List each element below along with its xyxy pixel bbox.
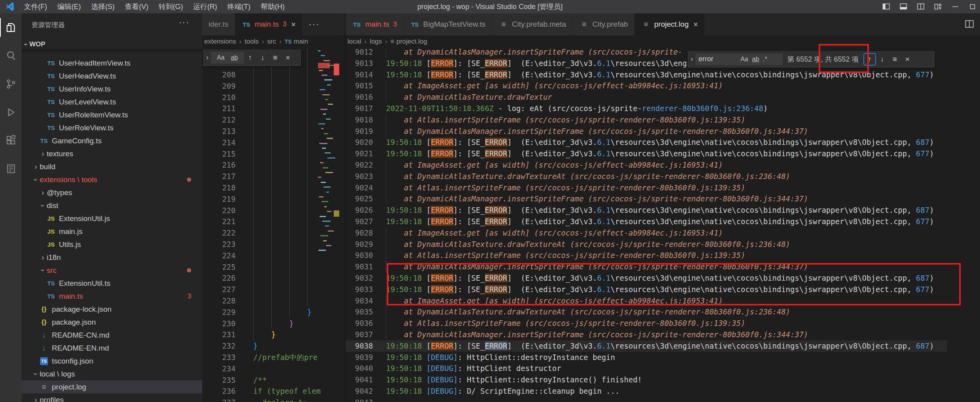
breadcrumb-file[interactable]: main xyxy=(294,38,308,46)
code-line-233[interactable]: 233//prefab中的pre xyxy=(202,352,346,363)
tree-item-UserRoleView.ts[interactable]: TSUserRoleView.ts xyxy=(22,121,202,134)
tree-item-package.json[interactable]: {}package.json xyxy=(22,316,202,329)
code-line-232[interactable]: 232} xyxy=(202,340,346,352)
tree-item-i18n[interactable]: ›i18n xyxy=(22,251,202,264)
log-line-9039[interactable]: 903919:50:18 [DEBUG]: HttpClient::destro… xyxy=(346,352,947,363)
find-close-button[interactable]: × xyxy=(901,53,914,66)
log-line-9041[interactable]: 904119:50:18 [DEBUG]: HttpClient::destro… xyxy=(346,374,947,386)
log-line-9037[interactable]: 9037 at DynamicAtlasManager.insertSprite… xyxy=(346,329,947,340)
tab-City.prefab.meta[interactable]: ≡City.prefab.meta xyxy=(492,13,573,35)
tab-BigMapTestView.ts[interactable]: TSBigMapTestView.ts xyxy=(404,13,492,35)
tree-item-local-logs[interactable]: ›local \ logs xyxy=(22,367,202,380)
code-line-231[interactable]: 231 } xyxy=(202,329,346,340)
breadcrumb-group-1[interactable]: extensions›tools›src›TSmain xyxy=(204,35,345,48)
code-line-226[interactable]: 226 xyxy=(202,272,346,284)
minimize-button[interactable] xyxy=(951,2,960,11)
tab-main.ts[interactable]: TSmain.ts3× xyxy=(235,13,302,35)
tree-item-src[interactable]: ›src xyxy=(22,264,202,277)
tree-item-dist[interactable]: ›dist xyxy=(22,199,202,212)
match-case-toggle[interactable]: Aa xyxy=(217,54,225,61)
code-line-236[interactable]: 236if (typeof elem xyxy=(202,386,346,397)
menu-item-5[interactable]: 运行(R) xyxy=(188,0,222,13)
code-line-227[interactable]: 227 xyxy=(202,284,346,295)
log-line-9040[interactable]: 904019:50:18 [DEBUG]: HttpClient destruc… xyxy=(346,363,947,374)
find-input-box[interactable]: Aa ab .* xyxy=(695,53,783,65)
tree-item-package-lock.json[interactable]: {}package-lock.json xyxy=(22,303,202,316)
tree-item-ExtensionUtil.js[interactable]: JSExtensionUtil.js xyxy=(22,212,202,225)
menu-item-2[interactable]: 选择(S) xyxy=(86,0,120,13)
toggle-secondary-sidebar-button[interactable] xyxy=(916,2,925,11)
tree-item-UserRoleItemView.ts[interactable]: TSUserRoleItemView.ts xyxy=(22,108,202,121)
activity-extensions-button[interactable] xyxy=(0,126,22,155)
log-line-9028[interactable]: 9028 at ImageAsset.get [as width] (src/c… xyxy=(346,227,947,239)
sidebar-more-actions-button[interactable]: ··· xyxy=(179,17,190,27)
log-line-9015[interactable]: 9015 at ImageAsset.get [as width] (src/c… xyxy=(346,80,947,91)
tree-item-UserInfoView.ts[interactable]: TSUserInfoView.ts xyxy=(22,82,202,95)
tree-item-UserLevelView.ts[interactable]: TSUserLevelView.ts xyxy=(22,95,202,108)
tree-item-textures[interactable]: ›textures xyxy=(22,147,202,160)
log-line-9043[interactable]: 9043 xyxy=(346,397,947,402)
regex-toggle[interactable]: .* xyxy=(763,56,767,63)
log-line-9026[interactable]: 902619:50:18 [ERROR]: [SE_ERROR] (E:\edi… xyxy=(346,205,947,216)
log-line-9017[interactable]: 90172022-11-09T11:50:18.366Z - log: eAt … xyxy=(346,103,947,114)
find-expand-chevron-icon[interactable]: › xyxy=(691,55,693,63)
menu-item-1[interactable]: 编辑(E) xyxy=(52,0,86,13)
workspace-section-header[interactable]: › WOP xyxy=(22,39,202,49)
tree-item-UserHeadItemView.ts[interactable]: TSUserHeadItemView.ts xyxy=(22,57,202,69)
menu-item-7[interactable]: 帮助(H) xyxy=(256,0,290,13)
tree-item-README-EN.md[interactable]: ↓README-EN.md xyxy=(22,342,202,354)
log-line-9036[interactable]: 9036 at Atlas.insertSpriteFrame (src/coc… xyxy=(346,318,947,329)
breadcrumb-item[interactable]: tools xyxy=(245,38,259,46)
tree-item-README-CN.md[interactable]: ↓README-CN.md xyxy=(22,329,202,342)
tab-City.prefab[interactable]: ≡City.prefab xyxy=(573,13,634,35)
tree-item-project.log[interactable]: ≡project.log xyxy=(22,380,202,393)
tree-item-GameConfig.ts[interactable]: TSGameConfig.ts xyxy=(22,134,202,147)
activity-notebook-button[interactable] xyxy=(0,155,22,183)
code-line-230[interactable]: 230 } xyxy=(202,318,346,329)
tree-item-build[interactable]: ›build xyxy=(22,160,202,173)
breadcrumb-file[interactable]: project.log xyxy=(396,38,427,46)
tab-main.ts[interactable]: TSmain.ts3 xyxy=(346,13,404,35)
find-close-button[interactable]: × xyxy=(282,51,294,64)
search-input[interactable] xyxy=(695,55,739,63)
close-icon[interactable]: × xyxy=(291,20,296,29)
log-line-9027[interactable]: 902719:50:18 [ERROR]: [SE_ERROR] (E:\edi… xyxy=(346,216,947,227)
code-line-229[interactable]: 229 } xyxy=(202,307,346,318)
find-previous-button[interactable]: ↑ xyxy=(244,51,256,64)
find-next-button[interactable]: ↓ xyxy=(256,51,269,64)
log-line-9030[interactable]: 9030 at Atlas.insertSpriteFrame (src/coc… xyxy=(346,250,947,261)
breadcrumb-group-2[interactable]: local›logs›≡project.log xyxy=(347,35,622,48)
tree-item-@types[interactable]: ›@types xyxy=(22,186,202,199)
breadcrumb-item[interactable]: extensions xyxy=(204,38,236,46)
toggle-primary-sidebar-button[interactable] xyxy=(882,2,890,11)
breadcrumb-item[interactable]: local xyxy=(347,38,361,46)
log-line-9018[interactable]: 9018 at Atlas.insertSpriteFrame (src/coc… xyxy=(346,114,947,126)
log-line-9016[interactable]: 9016 at DynamicAtlasTexture.drawTextur xyxy=(346,91,947,103)
maximize-button[interactable] xyxy=(968,2,977,11)
log-line-9024[interactable]: 9024 at Atlas.insertSpriteFrame (src/coc… xyxy=(346,182,947,194)
log-line-9038[interactable]: 903819:50:18 [ERROR]: [SE_ERROR] (E:\edi… xyxy=(346,340,947,352)
tree-item-ExtensionUtil.ts[interactable]: TSExtensionUtil.ts xyxy=(22,277,202,290)
tree-item-main.ts[interactable]: TSmain.ts3 xyxy=(22,290,202,303)
menu-item-0[interactable]: 文件(F) xyxy=(19,0,52,13)
activity-explorer-button[interactable] xyxy=(0,13,22,42)
tab-project.log[interactable]: ≡project.log× xyxy=(634,13,704,35)
close-icon[interactable]: × xyxy=(693,20,698,29)
activity-source-control-button[interactable] xyxy=(0,70,22,98)
tree-item-main.js[interactable]: JSmain.js xyxy=(22,225,202,238)
tree-item-UserHeadView.ts[interactable]: TSUserHeadView.ts xyxy=(22,69,202,82)
more-tabs-button[interactable]: ··· xyxy=(302,13,326,35)
overview-ruler[interactable] xyxy=(332,48,342,402)
menu-item-4[interactable]: 转到(G) xyxy=(154,0,188,13)
split-editor-icon[interactable] xyxy=(964,19,975,29)
find-in-selection-button[interactable]: ≡ xyxy=(889,53,901,66)
find-in-selection-button[interactable]: ≡ xyxy=(269,51,282,64)
log-line-9025[interactable]: 9025 at DynamicAtlasManager.insertSprite… xyxy=(346,193,947,205)
menu-item-3[interactable]: 查看(V) xyxy=(120,0,154,13)
log-line-9023[interactable]: 9023 at DynamicAtlasTexture.drawTextureA… xyxy=(346,171,947,182)
find-expand-chevron-icon[interactable]: › xyxy=(206,53,208,62)
match-case-toggle[interactable]: Aa xyxy=(740,56,748,63)
activity-run-debug-button[interactable] xyxy=(0,98,22,126)
toggle-panel-button[interactable] xyxy=(899,2,908,11)
tree-item-tsconfig.json[interactable]: TStsconfig.json xyxy=(22,354,202,367)
